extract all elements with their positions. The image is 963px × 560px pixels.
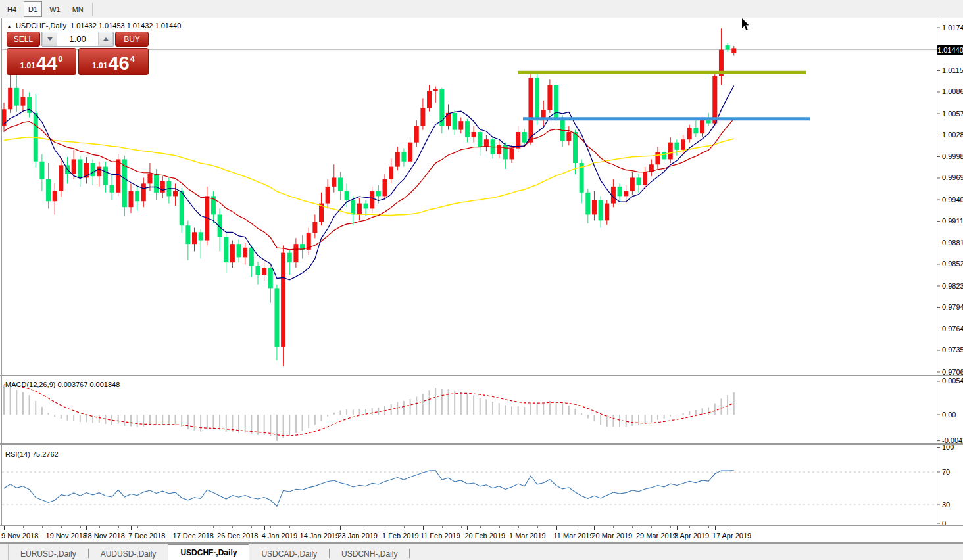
date-minor-tick (309, 526, 309, 528)
candle (420, 98, 425, 129)
date-major-tick (677, 526, 678, 530)
candle (351, 196, 355, 225)
date-label: 11 Feb 2019 (420, 532, 460, 540)
buy-button[interactable]: BUY (115, 32, 149, 47)
date-minor-tick (328, 526, 328, 528)
candle (491, 137, 495, 159)
candlesticks (2, 28, 737, 366)
date-major-tick (467, 526, 468, 530)
date-minor-tick (632, 526, 633, 528)
candle (541, 101, 546, 126)
collapse-panel-icon[interactable]: ▲ (7, 24, 12, 30)
candle (484, 135, 489, 151)
sell-button[interactable]: SELL (7, 32, 40, 47)
timeframe-button-d1[interactable]: D1 (24, 1, 42, 17)
candle (110, 174, 114, 200)
candle (458, 118, 463, 134)
toolbar-separator (92, 3, 93, 16)
one-click-trade-panel: SELL 1.00 BUY 1.01 44 0 1.01 46 4 (7, 32, 149, 75)
volume-decrease-button[interactable] (42, 32, 57, 46)
date-major-tick (220, 526, 220, 530)
ma-ema20-line (4, 119, 734, 250)
date-minor-tick (213, 526, 214, 528)
symbol-tab-bar: EURUSD-,Daily AUDUSD-,Daily USDCHF-,Dail… (0, 543, 963, 560)
tab-audusd[interactable]: AUDUSD-,Daily (89, 547, 168, 560)
pane-splitter-macd-rsi[interactable] (0, 443, 963, 445)
date-label: 17 Dec 2018 (173, 532, 214, 540)
candle (503, 143, 508, 169)
candle (129, 183, 134, 213)
pane-splitter-main-macd[interactable] (0, 375, 963, 377)
candle (97, 162, 101, 187)
sell-price-button[interactable]: 1.01 44 0 (7, 48, 76, 75)
date-major-tick (86, 526, 87, 530)
date-major-tick (303, 526, 303, 530)
date-minor-tick (137, 526, 138, 528)
date-label: 1 Feb 2019 (382, 532, 419, 540)
timeframe-button-w1[interactable]: W1 (45, 1, 65, 17)
date-label: 28 Nov 2018 (84, 532, 124, 540)
candle (135, 187, 139, 211)
candle (39, 154, 44, 191)
candle (649, 159, 654, 176)
tab-usdcad[interactable]: USDCAD-,Daily (249, 547, 329, 560)
candle (389, 158, 393, 183)
timeframe-button-mn[interactable]: MN (68, 1, 88, 17)
chart-canvas (0, 18, 963, 560)
date-minor-tick (708, 526, 709, 528)
candle (357, 198, 362, 221)
date-label: 29 Mar 2019 (636, 532, 677, 540)
date-minor-tick (442, 526, 443, 528)
date-minor-tick (537, 526, 538, 528)
buy-price-main: 46 (108, 54, 129, 73)
candle (453, 110, 457, 135)
candle (668, 137, 673, 163)
trading-terminal-window: H4 D1 W1 MN 1.017401.014401.011551.00865… (0, 0, 963, 560)
timeframe-button-h4[interactable]: H4 (3, 1, 21, 17)
candle (46, 163, 51, 208)
timeframe-toolbar: H4 D1 W1 MN (0, 0, 963, 18)
date-major-tick (49, 526, 49, 530)
date-minor-tick (651, 526, 652, 528)
candle (630, 172, 635, 195)
candle (478, 130, 482, 156)
candle (401, 149, 406, 167)
candle (408, 137, 412, 164)
volume-increase-button[interactable] (98, 32, 113, 46)
candle (237, 239, 241, 262)
date-label: 7 Dec 2018 (128, 532, 165, 540)
buy-price-button[interactable]: 1.01 46 4 (78, 48, 149, 75)
candle (516, 126, 520, 152)
volume-spinner: 1.00 (41, 32, 114, 47)
candle (338, 172, 343, 200)
volume-input[interactable]: 1.00 (57, 32, 98, 46)
candle (78, 156, 82, 187)
date-major-tick (594, 526, 595, 530)
date-major-tick (4, 526, 5, 530)
date-minor-tick (689, 526, 690, 528)
tab-usdcnh[interactable]: USDCNH-,Daily (330, 547, 409, 560)
candle (370, 187, 374, 213)
date-axis[interactable]: 9 Nov 201819 Nov 201828 Nov 20187 Dec 20… (0, 526, 963, 542)
candle (433, 87, 438, 103)
tab-usdchf[interactable]: USDCHF-,Daily (168, 544, 249, 560)
candle (719, 28, 724, 85)
date-minor-tick (232, 526, 233, 528)
date-minor-tick (270, 526, 271, 528)
date-minor-tick (499, 526, 500, 528)
date-minor-tick (670, 526, 671, 528)
date-minor-tick (576, 526, 576, 528)
date-minor-tick (404, 526, 405, 528)
candle (446, 104, 451, 129)
candle (27, 93, 32, 118)
date-minor-tick (99, 526, 100, 528)
candle (34, 94, 38, 168)
tabbar-notch (0, 544, 9, 560)
candle (687, 125, 692, 143)
candle (287, 250, 292, 275)
macd-signal-line (4, 385, 734, 436)
tab-eurusd[interactable]: EURUSD-,Daily (9, 547, 88, 560)
candle (655, 147, 660, 169)
chart-symbol-title: ▲USDCHF-,Daily 1.01432 1.01453 1.01432 1… (7, 22, 181, 30)
buy-price-sup: 4 (130, 54, 135, 64)
